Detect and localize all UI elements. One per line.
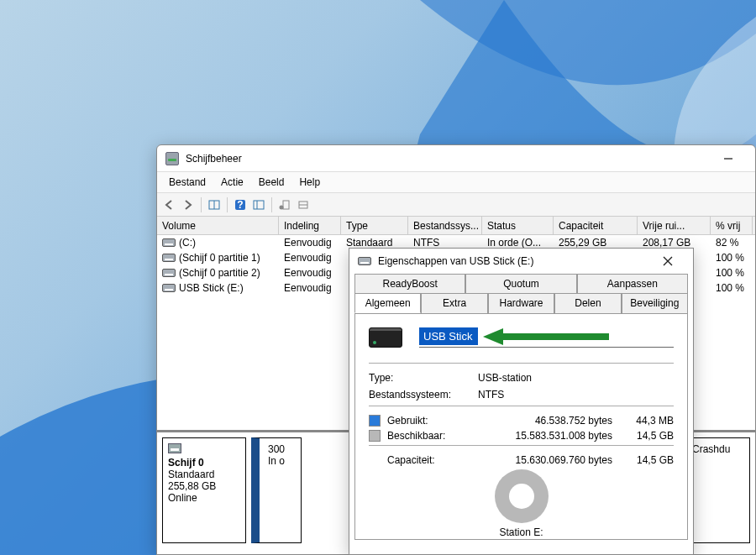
volume-name: (C:) [179, 237, 196, 249]
svg-rect-7 [283, 201, 289, 209]
capacity-size: 14,5 GB [627, 454, 674, 466]
refresh-icon[interactable] [249, 196, 268, 214]
drive-icon [162, 238, 176, 247]
col-status[interactable]: Status [482, 217, 554, 234]
close-button[interactable] [651, 249, 685, 273]
capacity-label: Capaciteit: [387, 454, 467, 466]
tab-delen[interactable]: Delen [554, 293, 621, 313]
menu-beeld[interactable]: Beeld [252, 174, 291, 191]
disk-title: Schijf 0 [168, 457, 204, 469]
tab-extra[interactable]: Extra [421, 293, 487, 313]
forward-button[interactable] [179, 196, 197, 214]
tab-strip: Algemeen Extra Hardware Delen Beveiligin… [354, 274, 688, 313]
view-icon[interactable] [205, 196, 223, 214]
disk-status: Online [168, 492, 197, 504]
tab-algemeen[interactable]: Algemeen [354, 293, 421, 313]
volume-name-input[interactable]: USB Stick [419, 327, 478, 345]
used-label: Gebruikt: [387, 415, 467, 427]
disk-mgmt-icon [165, 152, 179, 165]
free-size: 14,5 GB [627, 430, 674, 442]
titlebar[interactable]: Schijfbeheer [157, 145, 755, 172]
svg-marker-12 [483, 328, 503, 345]
properties-dialog: Eigenschappen van USB Stick (E:) Algemee… [349, 248, 694, 555]
volume-list-header[interactable]: Volume Indeling Type Bestandssys... Stat… [157, 217, 755, 235]
window-title: Schijfbeheer [186, 153, 710, 165]
used-size: 44,3 MB [627, 415, 674, 427]
list-icon[interactable] [294, 196, 312, 214]
col-indeling[interactable]: Indeling [279, 217, 341, 234]
col-fs[interactable]: Bestandssys... [408, 217, 482, 234]
disk-size: 255,88 GB [168, 480, 216, 492]
tab-beveiliging[interactable]: Beveiliging [622, 293, 688, 313]
annotation-arrow-icon [483, 328, 609, 345]
volume-name: (Schijf 0 partitie 2) [179, 267, 260, 279]
menu-actie[interactable]: Actie [214, 174, 250, 191]
menu-help[interactable]: Help [292, 174, 327, 191]
tab-aanpassen[interactable]: Aanpassen [577, 274, 688, 293]
disk-type: Standaard [168, 469, 214, 480]
svg-rect-5 [254, 201, 264, 209]
help-icon[interactable]: ? [231, 196, 249, 214]
col-vrije[interactable]: Vrije rui... [638, 217, 711, 234]
disk-icon [168, 443, 181, 453]
fs-label: Bestandssysteem: [369, 389, 478, 401]
type-value: USB-station [478, 372, 532, 384]
svg-text:?: ? [237, 199, 243, 211]
station-label: Station E: [369, 526, 674, 538]
tab-readyboost[interactable]: ReadyBoost [354, 274, 465, 293]
menu-bestand[interactable]: Bestand [162, 174, 213, 191]
drive-icon [162, 254, 176, 262]
disk-info-box[interactable]: Schijf 0 Standaard 255,88 GB Online [162, 437, 246, 543]
svg-point-8 [280, 205, 284, 209]
col-volume[interactable]: Volume [157, 217, 279, 234]
col-capaciteit[interactable]: Capaciteit [554, 217, 638, 234]
usage-pie-chart [495, 469, 549, 523]
volume-name: (Schijf 0 partitie 1) [179, 252, 260, 264]
drive-icon [358, 257, 371, 265]
free-bytes: 15.583.531.008 bytes [467, 430, 627, 442]
properties-icon[interactable] [276, 196, 294, 214]
used-swatch-icon [369, 415, 381, 427]
tab-hardware[interactable]: Hardware [488, 293, 554, 313]
fs-value: NTFS [478, 389, 504, 401]
capacity-bytes: 15.630.069.760 bytes [467, 454, 627, 466]
free-swatch-icon [369, 430, 381, 442]
dialog-titlebar[interactable]: Eigenschappen van USB Stick (E:) [349, 249, 693, 274]
col-pct[interactable]: % vrij [711, 217, 753, 234]
partition-box[interactable]: 300 In o [251, 437, 302, 543]
drive-icon [162, 269, 176, 277]
back-button[interactable] [160, 196, 179, 214]
drive-icon [162, 284, 176, 292]
minimize-button[interactable] [710, 146, 747, 171]
toolbar: ? [157, 193, 755, 217]
used-bytes: 46.538.752 bytes [467, 415, 627, 427]
drive-large-icon [369, 327, 402, 348]
free-label: Beschikbaar: [387, 430, 467, 442]
tab-content-algemeen: USB Stick Type: USB-station Bestandssyst… [354, 313, 688, 540]
volume-name: USB Stick (E:) [179, 282, 244, 294]
menubar: Bestand Actie Beeld Help [157, 172, 755, 193]
dialog-title: Eigenschappen van USB Stick (E:) [378, 255, 651, 267]
tab-quotum[interactable]: Quotum [465, 274, 576, 293]
type-label: Type: [369, 372, 478, 384]
col-type[interactable]: Type [341, 217, 408, 234]
